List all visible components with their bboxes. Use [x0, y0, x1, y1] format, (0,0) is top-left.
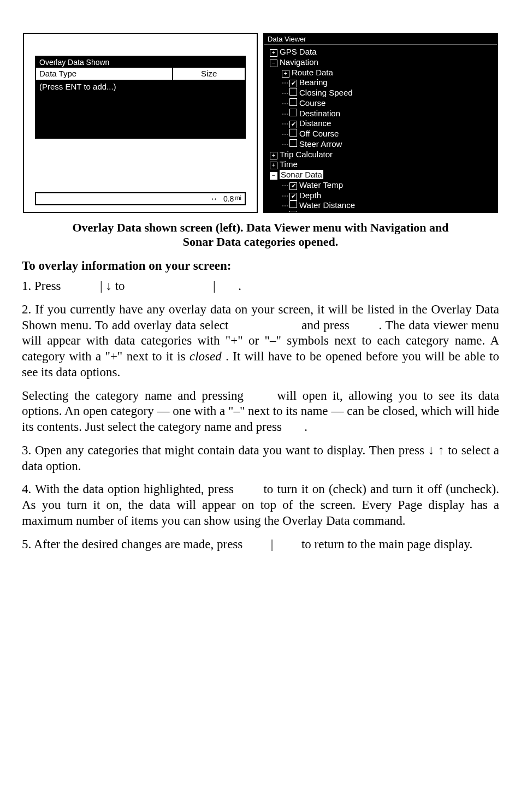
step1-prefix: 1. Press	[22, 279, 64, 293]
step4-part-a: 4. With the data option highlighted, pre…	[22, 482, 238, 496]
paragraph-3: Selecting the category name and pressing…	[22, 388, 499, 435]
checkbox-unchecked-icon[interactable]	[289, 98, 297, 106]
tree-node-distance[interactable]: ⋯✔Distance	[267, 118, 495, 129]
step5-part-a: 5. After the desired changes are made, p…	[22, 537, 246, 551]
tree-connector-icon: ⋯	[282, 141, 288, 149]
overlay-data-inner-window: Overlay Data Shown Data Type Size (Press…	[35, 56, 246, 139]
tree-node-off-course[interactable]: ⋯Off Course	[267, 129, 495, 139]
expand-icon[interactable]: +	[270, 162, 277, 169]
tree-connector-icon: ⋯	[282, 212, 288, 213]
step1-bar: |	[100, 279, 103, 293]
checkbox-unchecked-icon[interactable]	[289, 200, 297, 208]
tree-connector-icon: ⋯	[282, 100, 288, 108]
expand-icon[interactable]: +	[270, 152, 277, 159]
tree-connector-icon: ⋯	[282, 202, 288, 210]
tree-node-bearing[interactable]: ⋯✔Bearing	[267, 78, 495, 88]
overlay-data-shown-panel: Overlay Data Shown Data Type Size (Press…	[23, 33, 258, 213]
step3-part-a: 3. Open any categories that might contai…	[22, 443, 428, 457]
tree-node-navigation[interactable]: −Navigation	[267, 57, 495, 68]
data-viewer-title: Data Viewer	[264, 34, 497, 45]
column-header-size: Size	[173, 68, 245, 80]
step-5: 5. After the desired changes are made, p…	[22, 537, 499, 553]
document-page: Overlay Data Shown Data Type Size (Press…	[0, 0, 521, 812]
scale-distance: 0.8	[223, 194, 234, 203]
checkbox-unchecked-icon[interactable]	[289, 109, 297, 116]
checkbox-checked-icon[interactable]: ✔	[289, 182, 297, 190]
collapse-icon[interactable]: −	[270, 172, 277, 180]
checkbox-unchecked-icon[interactable]	[289, 139, 297, 147]
figure-caption: Overlay Data shown screen (left). Data V…	[22, 221, 499, 249]
checkbox-checked-icon[interactable]: ✔	[289, 121, 297, 128]
tree-connector-icon: ⋯	[282, 192, 288, 200]
para3-part-c: .	[304, 420, 307, 434]
step-3: 3. Open any categories that might contai…	[22, 443, 499, 475]
caption-line-2: Sonar Data categories opened.	[183, 235, 338, 248]
step2-closed-emphasis: closed	[190, 349, 222, 363]
data-viewer-panel: Data Viewer +GPS Data −Navigation +Route…	[263, 33, 498, 213]
tree-connector-icon: ⋯	[282, 79, 288, 87]
tree-connector-icon: ⋯	[282, 90, 288, 97]
tree-node-route-data[interactable]: +Route Data	[267, 68, 495, 78]
tree-node-water-distance[interactable]: ⋯Water Distance	[267, 200, 495, 211]
tree-connector-icon: ⋯	[282, 131, 288, 138]
column-header-data-type: Data Type	[36, 68, 173, 80]
checkbox-checked-icon[interactable]: ✔	[289, 80, 297, 87]
checkbox-unchecked-icon[interactable]	[289, 129, 297, 137]
overlay-data-add-entry[interactable]: (Press ENT to add...)	[36, 81, 245, 139]
overlay-data-columns: Data Type Size	[36, 68, 245, 81]
scale-distance-unit: mi	[235, 194, 241, 203]
step-4: 4. With the data option highlighted, pre…	[22, 482, 499, 529]
checkbox-unchecked-icon[interactable]	[289, 211, 297, 213]
tree-node-water-speed[interactable]: ⋯Water Speed	[267, 211, 495, 213]
para3-part-a: Selecting the category name and pressing	[22, 389, 250, 402]
data-viewer-tree: +GPS Data −Navigation +Route Data ⋯✔Bear…	[264, 45, 497, 213]
tree-node-sonar-data[interactable]: −Sonar Data	[267, 170, 495, 180]
tree-node-steer-arrow[interactable]: ⋯Steer Arrow	[267, 139, 495, 150]
tree-node-depth[interactable]: ⋯✔Depth	[267, 191, 495, 201]
step1-down-arrow: ↓ to	[105, 279, 128, 293]
tree-node-closing-speed[interactable]: ⋯Closing Speed	[267, 88, 495, 98]
collapse-icon[interactable]: −	[270, 60, 277, 67]
checkbox-checked-icon[interactable]: ✔	[289, 193, 297, 200]
tree-node-destination[interactable]: ⋯Destination	[267, 109, 495, 119]
step-1: 1. Press | ↓ to | .	[22, 278, 499, 294]
step5-bar: |	[271, 537, 274, 551]
scale-arrow-icon: ↔	[210, 194, 218, 203]
step1-bar-2: |	[213, 279, 216, 293]
tree-connector-icon: ⋯	[282, 182, 288, 189]
caption-line-1: Overlay Data shown screen (left). Data V…	[72, 221, 448, 234]
tree-connector-icon: ⋯	[282, 110, 288, 118]
overlay-data-statusbar: ↔ 0.8 mi	[35, 192, 246, 205]
figure-row: Overlay Data Shown Data Type Size (Press…	[22, 33, 499, 213]
tree-node-time[interactable]: +Time	[267, 159, 495, 170]
tree-node-course[interactable]: ⋯Course	[267, 98, 495, 109]
expand-icon[interactable]: +	[270, 49, 277, 57]
step3-arrows: ↓ ↑	[428, 443, 445, 457]
tree-node-water-temp[interactable]: ⋯✔Water Temp	[267, 180, 495, 191]
tree-node-gps-data[interactable]: +GPS Data	[267, 47, 495, 57]
overlay-data-window-title: Overlay Data Shown	[36, 57, 245, 68]
step5-part-b: to return to the main page display.	[301, 537, 472, 551]
step2-part-b: and press	[301, 318, 353, 332]
step1-end: .	[238, 279, 241, 293]
step-2: 2. If you currently have any overlay dat…	[22, 302, 499, 381]
expand-icon[interactable]: +	[282, 70, 289, 78]
tree-node-trip-calculator[interactable]: +Trip Calculator	[267, 150, 495, 160]
tree-connector-icon: ⋯	[282, 120, 288, 128]
section-heading: To overlay information on your screen:	[22, 259, 499, 273]
checkbox-unchecked-icon[interactable]	[289, 88, 297, 96]
